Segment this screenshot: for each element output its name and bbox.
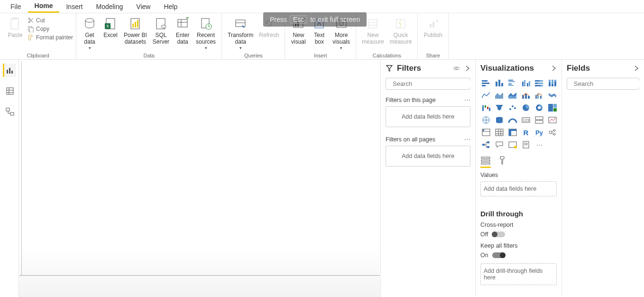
get-data-button[interactable]: Get data▾	[79, 15, 100, 51]
filter-icon	[386, 65, 393, 72]
svg-rect-117	[482, 144, 485, 146]
transform-data-button[interactable]: Transform data▾	[225, 15, 256, 51]
paginated-report-icon[interactable]	[520, 139, 532, 150]
svg-text:+: +	[185, 17, 189, 21]
format-painter-button[interactable]: Format painter	[28, 34, 73, 41]
gauge-icon[interactable]	[507, 115, 518, 125]
map-icon[interactable]	[480, 115, 492, 125]
multi-row-card-icon[interactable]	[534, 115, 545, 125]
fields-title: Fields	[567, 64, 590, 73]
pie-icon[interactable]	[520, 102, 532, 113]
svg-rect-75	[554, 80, 556, 82]
drill-through-drop[interactable]: Add drill-through fields here	[480, 263, 557, 285]
key-influencers-icon[interactable]	[547, 127, 558, 138]
stacked-area-icon[interactable]	[507, 90, 518, 101]
slicer-icon[interactable]	[480, 127, 492, 138]
group-label-share: Share	[421, 53, 445, 59]
filters-search[interactable]	[386, 78, 470, 90]
format-painter-label: Format painter	[36, 34, 73, 41]
filters-all-pages-drop[interactable]: Add data fields here	[386, 146, 470, 167]
cut-label: Cut	[36, 17, 45, 24]
pbi-datasets-button[interactable]: Power BI datasets	[121, 15, 150, 46]
excel-button[interactable]: X Excel	[100, 15, 121, 40]
donut-icon[interactable]	[534, 102, 545, 113]
qa-visual-icon[interactable]	[494, 139, 505, 150]
r-visual-icon[interactable]: R	[520, 127, 532, 138]
stacked-column-100-icon[interactable]	[547, 78, 558, 88]
publish-button[interactable]: Publish	[421, 15, 445, 40]
quick-measure-button[interactable]: Quick measure	[387, 15, 415, 46]
svg-rect-85	[489, 108, 490, 111]
smart-narrative-icon[interactable]	[507, 139, 518, 150]
keep-filters-toggle[interactable]: On	[480, 252, 557, 259]
fields-tab-icon[interactable]	[480, 156, 491, 168]
stacked-bar-icon[interactable]	[480, 78, 492, 88]
collapse-right-icon[interactable]	[551, 65, 557, 72]
clustered-bar-icon[interactable]	[507, 78, 518, 88]
recent-label: Recent sources	[196, 32, 216, 46]
publish-label: Publish	[423, 32, 442, 39]
fields-search-input[interactable]	[574, 80, 644, 87]
menu-tab-home[interactable]: Home	[28, 0, 60, 13]
svg-rect-83	[485, 105, 486, 108]
viz-values-drop[interactable]: Add data fields here	[480, 181, 557, 196]
stacked-column-icon[interactable]	[494, 78, 505, 88]
viz-title: Visualizations	[480, 64, 534, 73]
svg-rect-32	[368, 19, 377, 28]
recent-sources-button[interactable]: Recent sources▾	[193, 15, 219, 51]
fields-search[interactable]	[567, 78, 639, 90]
stacked-bar-100-icon[interactable]	[534, 78, 545, 88]
scatter-icon[interactable]	[507, 102, 518, 113]
area-chart-icon[interactable]	[494, 90, 505, 101]
svg-rect-0	[11, 19, 18, 29]
ribbon-chart-icon[interactable]	[547, 90, 558, 101]
menu-tab-insert[interactable]: Insert	[59, 1, 89, 12]
more-icon[interactable]: ⋯	[464, 136, 470, 143]
py-visual-icon[interactable]: Py	[534, 127, 545, 138]
sql-server-button[interactable]: SQL Server	[150, 15, 172, 46]
paste-label: Paste	[8, 32, 23, 39]
line-clustered-column-icon[interactable]	[534, 90, 545, 101]
copy-button[interactable]: Copy	[28, 26, 73, 32]
paste-button[interactable]: Paste	[5, 15, 26, 40]
collapse-right-icon[interactable]	[465, 65, 470, 72]
funnel-icon[interactable]	[494, 102, 505, 113]
format-tab-icon[interactable]	[497, 156, 507, 168]
card-icon[interactable]: 123	[520, 115, 532, 125]
report-view-button[interactable]	[3, 64, 16, 77]
svg-rect-13	[137, 20, 138, 28]
transform-label: Transform data	[228, 32, 253, 46]
cross-report-toggle[interactable]: Off	[480, 231, 557, 238]
decomposition-tree-icon[interactable]	[480, 139, 492, 150]
kpi-icon[interactable]	[547, 115, 558, 125]
more-visuals-icon[interactable]: ⋯	[534, 139, 545, 150]
menu-tab-view[interactable]: View	[129, 1, 157, 12]
svg-rect-63	[529, 81, 530, 86]
report-canvas[interactable]	[19, 60, 380, 297]
svg-rect-55	[501, 83, 503, 86]
filters-this-page-drop[interactable]: Add data fields here	[386, 106, 470, 127]
cut-button[interactable]: Cut	[28, 17, 73, 24]
line-stacked-column-icon[interactable]	[520, 90, 532, 101]
quick-measure-icon	[393, 16, 408, 31]
filters-search-input[interactable]	[393, 80, 472, 87]
data-view-button[interactable]	[3, 84, 16, 98]
clustered-column-icon[interactable]	[520, 78, 532, 88]
matrix-icon[interactable]	[507, 127, 518, 138]
menu-tab-modeling[interactable]: Modeling	[89, 1, 129, 12]
svg-rect-118	[487, 141, 489, 143]
menu-tab-help[interactable]: Help	[157, 1, 184, 12]
more-icon[interactable]: ⋯	[464, 96, 470, 103]
filters-all-pages-label: Filters on all pages	[386, 136, 435, 143]
filled-map-icon[interactable]	[494, 115, 505, 125]
menu-tab-file[interactable]: File	[4, 1, 28, 12]
quick-measure-label: Quick measure	[390, 32, 412, 46]
waterfall-icon[interactable]	[480, 102, 492, 113]
enter-data-button[interactable]: + Enter data	[172, 15, 193, 46]
treemap-icon[interactable]	[547, 102, 558, 113]
model-view-button[interactable]	[3, 105, 16, 119]
line-chart-icon[interactable]	[480, 90, 492, 101]
collapse-right-icon[interactable]	[634, 65, 639, 72]
eye-icon[interactable]	[453, 65, 460, 72]
table-icon[interactable]	[494, 127, 505, 138]
